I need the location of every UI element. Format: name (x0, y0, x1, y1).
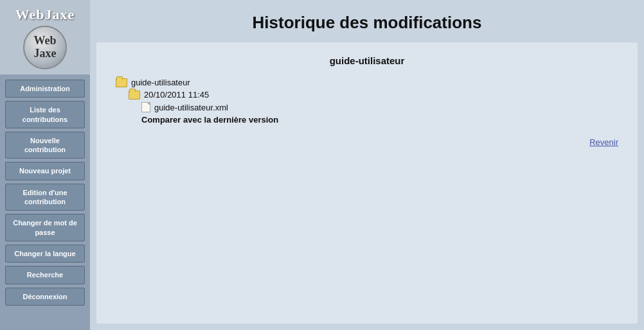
folder-icon-root (116, 78, 127, 87)
app-title: WebJaxe (15, 6, 75, 23)
main-content: Historique des modifications guide-utili… (90, 0, 644, 330)
file-item: guide-utilisateur.xml (141, 102, 618, 112)
nav-button-nouvelle-contribution[interactable]: Nouvelle contribution (5, 132, 85, 159)
compare-link[interactable]: Comparer avec la dernière version (141, 115, 618, 125)
logo-area: WebJaxe WebJaxe (0, 0, 90, 74)
project-name: guide-utilisateur (116, 55, 618, 66)
page-header: Historique des modifications (90, 0, 644, 42)
nav-button-deconnexion[interactable]: Déconnexion (5, 288, 85, 306)
sidebar: WebJaxe WebJaxe Administration Liste des… (0, 0, 90, 330)
file-icon (141, 102, 150, 112)
folder-icon-date (129, 91, 140, 100)
revenir-link[interactable]: Revenir (116, 137, 618, 147)
date-folder-label: 20/10/2011 11:45 (144, 90, 209, 100)
root-folder-item: guide-utilisateur (116, 78, 618, 87)
nav-button-edition-contribution[interactable]: Edition d'une contribution (5, 184, 85, 211)
file-label: guide-utilisateur.xml (154, 103, 228, 112)
logo-circle-text: WebJaxe (33, 35, 56, 60)
root-folder-label: guide-utilisateur (131, 78, 190, 87)
nav-button-nouveau-projet[interactable]: Nouveau projet (5, 162, 85, 180)
page-title: Historique des modifications (109, 13, 625, 33)
nav-button-recherche[interactable]: Recherche (5, 266, 85, 284)
nav-button-changer-langue[interactable]: Changer la langue (5, 245, 85, 263)
nav-button-administration[interactable]: Administration (5, 80, 85, 98)
nav-button-liste-contributions[interactable]: Liste des contributions (5, 101, 85, 128)
nav-button-changer-mot-passe[interactable]: Changer de mot de passe (5, 214, 85, 241)
logo-circle: WebJaxe (23, 26, 67, 69)
date-folder-item: 20/10/2011 11:45 (129, 90, 618, 100)
content-area: guide-utilisateur guide-utilisateur 20/1… (96, 42, 638, 324)
